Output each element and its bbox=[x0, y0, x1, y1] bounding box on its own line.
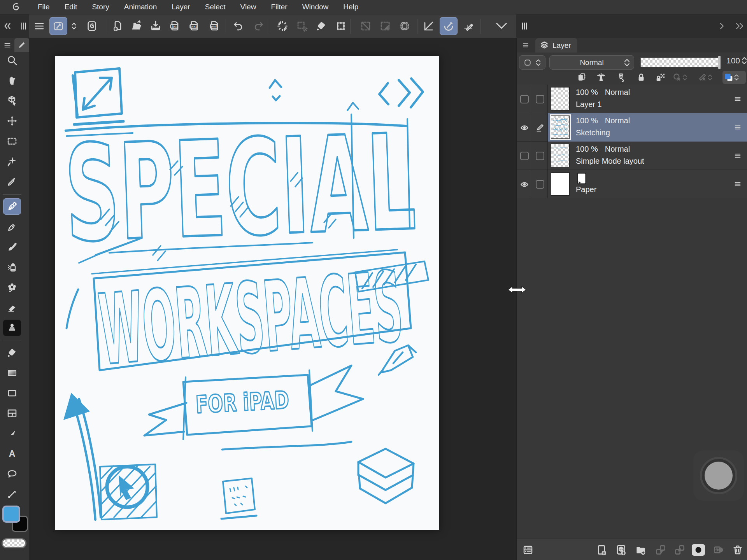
edit-target-checkbox[interactable] bbox=[532, 85, 548, 113]
snap-pen-icon[interactable] bbox=[460, 17, 478, 35]
layer-thumbnail[interactable] bbox=[551, 87, 570, 110]
redo-icon[interactable] bbox=[250, 17, 268, 35]
palette-mode-selector[interactable] bbox=[519, 55, 545, 70]
canvas-area[interactable]: SPECIAL bbox=[29, 38, 516, 560]
tab-layer[interactable]: Layer bbox=[535, 38, 577, 52]
menu-window[interactable]: Window bbox=[295, 3, 336, 11]
opacity-stepper-icon[interactable] bbox=[742, 57, 747, 65]
selection-launcher-fill-icon[interactable] bbox=[376, 17, 394, 35]
layer-row[interactable]: 100 %Normal Simple Mode layout bbox=[517, 142, 747, 170]
export-psd-icon[interactable]: psd bbox=[205, 17, 223, 35]
document-canvas[interactable]: SPECIAL bbox=[55, 56, 439, 530]
layer-menu-icon[interactable] bbox=[733, 151, 742, 161]
selection-rounded-icon[interactable] bbox=[396, 17, 414, 35]
visibility-checkbox[interactable] bbox=[517, 85, 532, 113]
airbrush-tool[interactable] bbox=[3, 259, 21, 275]
liquify-tool[interactable] bbox=[3, 486, 21, 502]
menu-file[interactable]: File bbox=[30, 3, 57, 11]
blend-tool[interactable] bbox=[3, 320, 21, 336]
export-png-icon[interactable]: png bbox=[185, 17, 203, 35]
menu-animation[interactable]: Animation bbox=[117, 3, 165, 11]
clip-studio-icon[interactable] bbox=[83, 17, 101, 35]
layer-name[interactable]: Layer 1 bbox=[576, 100, 602, 109]
edit-target-checkbox[interactable] bbox=[532, 142, 548, 170]
layer-thumbnail[interactable] bbox=[551, 172, 570, 196]
palette-menu-icon[interactable] bbox=[3, 41, 12, 51]
layer-menu-icon[interactable] bbox=[733, 123, 742, 133]
layer-mask-disabled-group[interactable] bbox=[672, 71, 696, 84]
transform-icon[interactable] bbox=[332, 17, 350, 35]
app-logo-icon[interactable] bbox=[10, 1, 22, 13]
layer-row[interactable]: Paper bbox=[517, 170, 747, 198]
main-color-swatch[interactable] bbox=[2, 506, 20, 523]
layer-property-panel-icon[interactable] bbox=[521, 542, 535, 557]
menu-story[interactable]: Story bbox=[84, 3, 116, 11]
collapse-toolbar-icon[interactable] bbox=[491, 17, 512, 35]
menu-view[interactable]: View bbox=[233, 3, 264, 11]
layer-name[interactable]: Paper bbox=[576, 185, 596, 194]
layer-thumbnail[interactable] bbox=[551, 116, 570, 139]
tool-group-tab-pencil[interactable] bbox=[14, 38, 29, 52]
combine-to-layer-below-icon[interactable] bbox=[653, 542, 668, 557]
opacity-slider[interactable] bbox=[640, 58, 721, 67]
eyedropper-tool[interactable] bbox=[3, 173, 21, 190]
deselect-icon[interactable] bbox=[274, 17, 291, 35]
brush-tool[interactable] bbox=[3, 239, 21, 255]
menu-help[interactable]: Help bbox=[336, 3, 366, 11]
layer-name[interactable]: Simple Mode layout bbox=[576, 157, 644, 166]
zoom-tool[interactable] bbox=[3, 52, 21, 68]
panel-drag-handle-icon[interactable] bbox=[516, 17, 533, 35]
visibility-checkbox[interactable] bbox=[517, 142, 532, 170]
palette-mode-stepper-icon[interactable] bbox=[536, 59, 541, 66]
simple-mode-toggle-icon[interactable] bbox=[49, 17, 67, 35]
panel-menu-icon[interactable] bbox=[522, 42, 530, 50]
save-icon[interactable] bbox=[147, 17, 165, 35]
ruler-pen-icon[interactable] bbox=[420, 17, 438, 35]
lock-layer-icon[interactable] bbox=[634, 71, 649, 84]
opacity-slider-handle[interactable] bbox=[718, 56, 721, 69]
layer-row-selected[interactable]: 100 %Normal Sketching bbox=[517, 113, 747, 142]
edit-target-checkbox[interactable] bbox=[532, 170, 548, 198]
menu-filter[interactable]: Filter bbox=[263, 3, 295, 11]
fill-tool[interactable] bbox=[3, 345, 21, 361]
new-canvas-icon[interactable] bbox=[109, 17, 126, 35]
create-layer-mask-icon[interactable] bbox=[692, 544, 705, 556]
nav-button-dot[interactable] bbox=[705, 462, 733, 490]
decoration-tool[interactable] bbox=[3, 279, 21, 296]
layer-thumbnail[interactable] bbox=[551, 144, 570, 167]
menu-layer[interactable]: Layer bbox=[164, 3, 198, 11]
editing-pencil-icon[interactable] bbox=[532, 113, 548, 142]
eraser-tool[interactable] bbox=[3, 299, 21, 316]
blend-mode-stepper-icon[interactable] bbox=[624, 59, 630, 66]
lock-transparent-pixels-icon[interactable] bbox=[653, 71, 668, 84]
workspace-switch-icon[interactable] bbox=[67, 17, 81, 35]
clip-to-layer-below-icon[interactable] bbox=[574, 71, 589, 84]
menu-edit[interactable]: Edit bbox=[57, 3, 85, 11]
text-tool[interactable]: A bbox=[3, 446, 21, 462]
visibility-eye-icon[interactable] bbox=[517, 113, 532, 142]
apply-mask-icon[interactable] bbox=[711, 542, 726, 557]
menu-select[interactable]: Select bbox=[198, 3, 233, 11]
auto-select-tool[interactable] bbox=[3, 153, 21, 170]
undo-icon[interactable] bbox=[229, 17, 247, 35]
visibility-eye-icon[interactable] bbox=[517, 170, 532, 198]
new-raster-layer-icon[interactable] bbox=[594, 542, 609, 557]
reference-layer-icon[interactable] bbox=[594, 71, 608, 84]
blend-mode-select[interactable]: Normal bbox=[549, 55, 634, 70]
figure-tool[interactable] bbox=[3, 385, 21, 401]
floating-nav-button[interactable] bbox=[693, 450, 744, 501]
layer-name[interactable]: Sketching bbox=[576, 128, 610, 137]
layer-menu-icon[interactable] bbox=[733, 94, 742, 105]
layer-menu-icon[interactable] bbox=[733, 180, 742, 190]
expand-panel-icon[interactable] bbox=[713, 17, 731, 35]
collapse-palette-icon[interactable] bbox=[0, 17, 16, 35]
reselect-icon[interactable] bbox=[293, 17, 311, 35]
move-layer-tool[interactable] bbox=[3, 113, 21, 129]
pen-tool[interactable] bbox=[3, 198, 21, 215]
ruler-disabled-group[interactable] bbox=[697, 71, 721, 84]
brush-smoothing-icon[interactable] bbox=[440, 17, 458, 35]
gradient-tool[interactable] bbox=[3, 365, 21, 381]
main-menu-icon[interactable] bbox=[30, 17, 48, 35]
selection-tool[interactable] bbox=[3, 133, 21, 149]
hand-tool[interactable] bbox=[3, 72, 21, 89]
